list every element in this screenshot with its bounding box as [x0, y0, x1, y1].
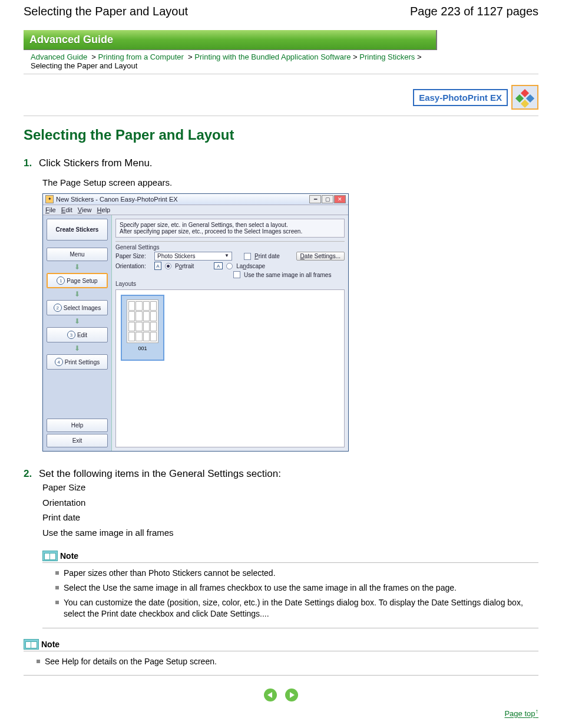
app-menubar: File Edit View Help [43, 205, 348, 215]
setting-item: Orientation [42, 495, 538, 510]
crumb-current: Selecting the Paper and Layout [31, 61, 137, 70]
arrow-down-icon: ⬇ [74, 290, 80, 298]
portrait-radio[interactable] [165, 263, 171, 269]
arrow-down-icon: ⬇ [74, 344, 80, 353]
general-settings-label: General Settings [115, 241, 345, 251]
note-item: Select the Use the same image in all fra… [55, 582, 538, 594]
chevron-down-icon: ▼ [224, 253, 229, 259]
note-icon [42, 551, 58, 561]
setting-item: Paper Size [42, 480, 538, 495]
note-icon [24, 639, 39, 650]
note-item: Paper sizes other than Photo Stickers ca… [55, 568, 538, 579]
svg-marker-0 [267, 692, 272, 698]
sidebar-page-setup-button[interactable]: 1Page Setup [47, 273, 108, 288]
app-screenshot: ✦ New Stickers - Canon Easy-PhotoPrint E… [42, 193, 349, 452]
instruction-box: Specify paper size, etc. in General Sett… [115, 219, 345, 238]
same-image-label: Use the same image in all frames [244, 272, 331, 278]
landscape-icon: A [214, 262, 223, 269]
svg-marker-1 [290, 692, 295, 698]
print-date-checkbox[interactable] [244, 253, 251, 260]
note-item: You can customize the date (position, si… [55, 597, 538, 620]
sidebar-edit-button[interactable]: 3Edit [47, 327, 108, 342]
step-1-subtext: The Page Setup screen appears. [42, 177, 538, 187]
page-title: Selecting the Paper and Layout [24, 127, 538, 143]
note-item: See Help for details on the Page Setup s… [37, 656, 538, 667]
app-window-title: New Stickers - Canon Easy-PhotoPrint EX [56, 196, 178, 203]
step-1-number: 1. [24, 157, 37, 169]
arrow-down-icon: ⬇ [74, 263, 80, 271]
print-date-label: Print date [254, 253, 280, 259]
portrait-label: Portrait [175, 263, 194, 269]
window-maximize-icon[interactable]: ▢ [322, 195, 333, 203]
sidebar-help-button[interactable]: Help [47, 419, 108, 432]
portrait-icon: A [154, 262, 161, 270]
note-heading: Note [41, 640, 59, 649]
crumb-advanced-guide[interactable]: Advanced Guide [31, 52, 87, 61]
window-close-icon[interactable]: ✕ [334, 195, 346, 203]
create-stickers-button[interactable]: Create Stickers [47, 219, 108, 241]
crumb-printing-from-computer[interactable]: Printing from a Computer [98, 52, 184, 61]
crumb-bundled-software[interactable]: Printing with the Bundled Application So… [194, 52, 351, 61]
landscape-label: Landscape [236, 263, 265, 269]
setting-item: Use the same image in all frames [42, 525, 538, 541]
breadcrumb: Advanced Guide > Printing from a Compute… [24, 52, 538, 74]
product-name-box: Easy-PhotoPrint EX [413, 89, 508, 106]
prev-page-button[interactable] [264, 689, 277, 701]
step-1-text: Click Stickers from Menu. [39, 157, 153, 169]
window-minimize-icon[interactable]: ━ [309, 195, 321, 203]
crumb-printing-stickers[interactable]: Printing Stickers [359, 52, 415, 61]
menu-file[interactable]: File [45, 206, 56, 213]
page-counter: Page 223 of 1127 pages [410, 5, 538, 18]
sidebar-select-images-button[interactable]: 2Select Images [47, 300, 108, 315]
menu-edit[interactable]: Edit [61, 206, 72, 213]
doc-title-header: Selecting the Paper and Layout [24, 5, 188, 18]
paper-size-select[interactable]: Photo Stickers▼ [154, 252, 232, 261]
sidebar-menu-button[interactable]: Menu [47, 248, 108, 261]
page-top-link[interactable]: Page top↑ [504, 707, 538, 718]
arrow-down-icon: ⬇ [74, 317, 80, 325]
layout-thumbnail-label: 001 [127, 345, 158, 351]
layouts-area: 001 [115, 289, 345, 447]
app-window-icon: ✦ [45, 195, 54, 203]
arrow-up-icon: ↑ [535, 707, 539, 714]
sidebar-exit-button[interactable]: Exit [47, 434, 108, 447]
sidebar-print-settings-button[interactable]: 4Print Settings [47, 354, 108, 370]
product-icon [511, 85, 538, 110]
setting-item: Print date [42, 510, 538, 525]
layouts-label: Layouts [115, 281, 345, 287]
next-page-button[interactable] [285, 689, 298, 701]
layout-thumbnail-001[interactable]: 001 [121, 295, 164, 361]
menu-view[interactable]: View [78, 206, 92, 213]
menu-help[interactable]: Help [97, 206, 111, 213]
orientation-label: Orientation: [115, 263, 151, 269]
paper-size-label: Paper Size: [115, 253, 151, 259]
landscape-radio[interactable] [226, 263, 233, 269]
step-2-text: Set the following items in the General S… [39, 468, 281, 479]
same-image-checkbox[interactable] [233, 271, 240, 278]
note-heading: Note [60, 551, 78, 561]
guide-banner: Advanced Guide [24, 30, 437, 50]
step-2-number: 2. [24, 468, 37, 480]
date-settings-button[interactable]: Date Settings... [296, 252, 345, 261]
